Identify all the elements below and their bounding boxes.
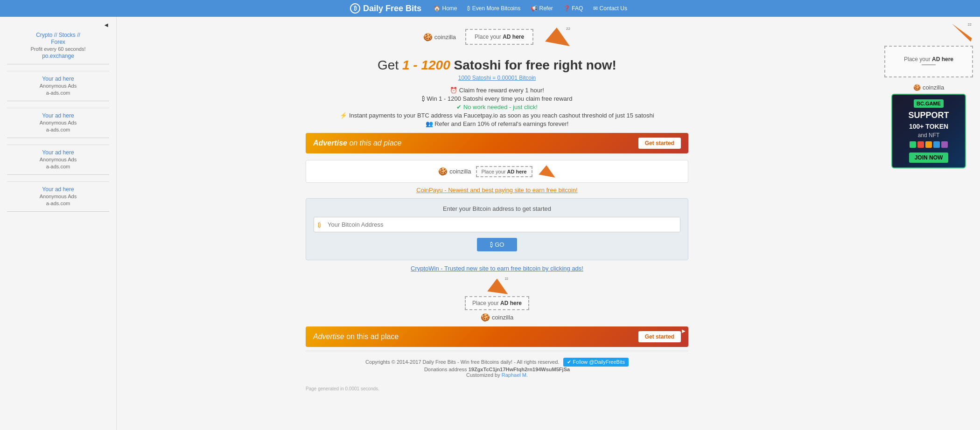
feature-4: ⚡ Instant payments to your BTC address v… [306,112,688,119]
nav-faq[interactable]: ❓ FAQ [560,4,586,13]
advertise-text-2: Advertise on this ad place [313,333,399,341]
coinpayu-promo-link[interactable]: CoinPayu - Newest and best paying site t… [306,187,688,194]
svg-marker-3 [487,278,508,294]
sidebar-ad-1-domain[interactable]: po.exchange [42,53,74,59]
features-list: ⏰ Claim free reward every 1 hour! ₿ Win … [306,87,688,127]
place-ad-small[interactable]: Place your AD here [476,166,532,177]
collapse-button[interactable]: ◄ [7,21,109,28]
donations: Donations address 19ZgxTcC1jn17HwFtqh2rn… [310,367,684,372]
right-coinzilla-logo: 🍪 coinzilla [884,84,973,91]
coinzilla-ad-2: 22 Place your AD here 🍪 coinzilla [306,277,688,322]
bitcoin-conversion-link[interactable]: 1000 Satoshi = 0.00001 Bitcoin [306,75,688,81]
cryptowin-promo-link[interactable]: CryptoWin - Trusted new site to earn fre… [306,265,688,272]
advertise-text: Advertise on this ad place [313,139,401,147]
right-place-ad[interactable]: Place your AD here [884,46,973,77]
bitcoin-address-input[interactable] [325,217,680,232]
right-triangle-top: 22 [884,21,973,44]
bitcoin-address-row: ₿ [314,217,680,232]
advertise-banner-2: Advertise on this ad place Get started ▶ [306,326,688,347]
bc-game-tokens: 100+ TOKEN [896,123,961,131]
sidebar-right: 22 Place your AD here 🍪 coinzilla BC.GAM… [877,17,980,430]
bc-game-support: SUPPORT [896,111,961,121]
sidebar-ad-2: Your ad here Anonymous Ads a-ads.com [7,75,109,101]
svg-text:22: 22 [505,277,509,280]
nav-contact[interactable]: ✉ Contact Us [590,4,630,13]
sidebar-ad-1: Crypto // Stocks // Forex Profit every 6… [7,31,109,64]
sidebar-ad-3: Your ad here Anonymous Ads a-ads.com [7,112,109,138]
feature-2: ₿ Win 1 - 1200 Satoshi every time you cl… [306,95,688,102]
svg-text:22: 22 [566,27,570,31]
brand-name: Daily Free Bits [363,4,421,14]
coinzilla-logo-small: 🍪 coinzilla [438,167,471,176]
sidebar-ad-3-link[interactable]: Your ad here [42,112,74,119]
get-started-button-2[interactable]: Get started [638,331,681,342]
triangle-deco-small [537,163,556,180]
twitter-link[interactable]: ✔ Follow @DailyFreeBits [563,358,628,367]
close-banner-2[interactable]: ▶ [682,328,686,333]
sidebar-ad-1-link[interactable]: Crypto // Stocks // Forex [36,32,80,45]
feature-5: 👥 Refer and Earn 10% of referral's earni… [306,120,688,127]
sidebar-ad-2-link[interactable]: Your ad here [42,76,74,82]
advertise-banner-1: Advertise on this ad place Get started [306,133,688,153]
coinzilla-small-ad: 🍪 coinzilla Place your AD here [306,160,688,183]
svg-text:22: 22 [968,22,972,27]
place-ad-top[interactable]: Place your AD here [465,29,533,45]
coinzilla-logo-2: 🍪 coinzilla [481,313,513,322]
main-heading: Get 1 - 1200 Satoshi for free right now! [306,58,688,73]
svg-marker-2 [539,165,555,178]
brand-logo[interactable]: ₿ Daily Free Bits [350,3,421,14]
place-ad-2[interactable]: Place your AD here [465,296,529,310]
nav-more-bitcoins[interactable]: ₿ Even More Bitcoins [464,4,523,13]
main-content: 🍪 coinzilla Place your AD here 22 Get 1 … [296,17,698,430]
bc-game-header: BC.GAME [914,99,944,108]
footer: Copyrights © 2014-2017 Daily Free Bits -… [306,351,688,384]
navbar: ₿ Daily Free Bits 🏠 Home ₿ Even More Bit… [0,0,980,17]
nav-refer[interactable]: 📢 Refer [528,4,556,13]
customized-by: Customized by Raphael M. [310,372,684,378]
bc-game-join-button[interactable]: JOIN NOW [909,153,949,163]
bc-game-pixel-art [896,141,961,148]
bc-game-nft: and NFT [896,132,961,139]
customizer-link[interactable]: Raphael M. [502,372,528,378]
page-gen: Page generated in 0.0001 seconds. [306,384,688,393]
sidebar-left: ◄ Crypto // Stocks // Forex Profit every… [0,17,117,430]
sidebar-ad-5: Your ad here Anonymous Ads a-ads.com [7,186,109,212]
sidebar-ad-5-link[interactable]: Your ad here [42,186,74,193]
get-started-button-1[interactable]: Get started [638,138,681,149]
feature-3: ✔ No work needed - just click! [306,104,688,111]
go-button[interactable]: ₿ GO [477,238,518,251]
bc-game-ad: BC.GAME SUPPORT 100+ TOKEN and NFT JOIN … [891,94,966,168]
triangle-decoration-top: 22 [543,25,571,49]
top-ad-row: 🍪 coinzilla Place your AD here 22 [306,21,688,52]
copyright: Copyrights © 2014-2017 Daily Free Bits -… [310,358,684,367]
sidebar-ad-4: Your ad here Anonymous Ads a-ads.com [7,149,109,175]
nav-home[interactable]: 🏠 Home [431,4,460,13]
feature-1: ⏰ Claim free reward every 1 hour! [306,87,688,94]
coinzilla-logo-top: 🍪 coinzilla [423,33,456,42]
triangle-deco-2: 22 [485,277,509,296]
coin-icon: ₿ [350,3,360,14]
sidebar-ad-4-link[interactable]: Your ad here [42,149,74,156]
input-label: Enter your Bitcoin address to get starte… [314,205,680,212]
input-section: Enter your Bitcoin address to get starte… [306,198,688,260]
btc-icon: ₿ [314,221,325,229]
nav-links: 🏠 Home ₿ Even More Bitcoins 📢 Refer ❓ FA… [431,4,630,13]
